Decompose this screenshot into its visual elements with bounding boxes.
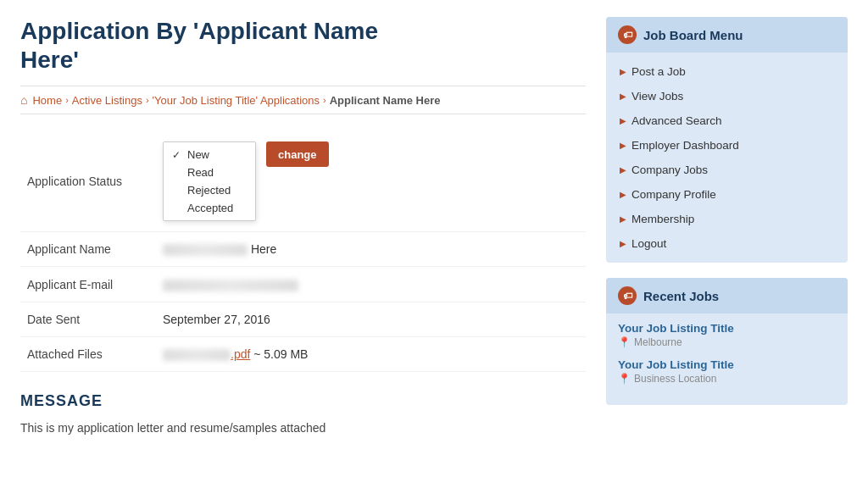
status-option-read[interactable]: Read [164, 164, 255, 181]
sidebar-item-view-jobs[interactable]: ▶ View Jobs [606, 84, 848, 108]
breadcrumb-applications[interactable]: 'Your Job Listing Title' Applications [153, 94, 320, 107]
location-pin-icon-1: 📍 [618, 336, 631, 348]
sidebar: 🏷 Job Board Menu ▶ Post a Job ▶ View Job… [606, 17, 848, 437]
location-pin-icon-2: 📍 [618, 373, 631, 385]
main-content: Application By 'Applicant Name Here' ⌂ H… [20, 17, 586, 437]
breadcrumb-current: Applicant Name Here [330, 94, 441, 107]
date-sent-label: Date Sent [20, 302, 156, 336]
arrow-icon-7: ▶ [620, 214, 626, 224]
applicant-name-blurred: Applicant Na [163, 244, 248, 256]
tag-icon-recent: 🏷 [618, 286, 637, 305]
recent-job-location-2: 📍 Business Location [618, 373, 836, 385]
arrow-icon-8: ▶ [620, 239, 626, 248]
attached-files-row: Attached Files document.pdf ~ 5.09 MB [20, 336, 586, 371]
applicant-name-value: Applicant Na Here [156, 232, 586, 267]
breadcrumb-active-listings[interactable]: Active Listings [72, 94, 142, 107]
job-board-menu-box: 🏷 Job Board Menu ▶ Post a Job ▶ View Job… [606, 17, 848, 263]
breadcrumb-sep-2: › [146, 95, 149, 105]
status-option-new[interactable]: ✓ New [164, 146, 255, 164]
sidebar-item-membership[interactable]: ▶ Membership [606, 207, 848, 231]
change-status-button[interactable]: change [266, 141, 329, 167]
status-option-accepted[interactable]: Accepted [164, 199, 255, 217]
arrow-icon-3: ▶ [620, 116, 626, 125]
applicant-name-label: Applicant Name [20, 232, 156, 267]
arrow-icon-5: ▶ [620, 165, 626, 175]
status-option-rejected[interactable]: Rejected [164, 181, 255, 199]
job-board-menu-header: 🏷 Job Board Menu [606, 17, 848, 53]
sidebar-item-employer-dashboard[interactable]: ▶ Employer Dashboard [606, 133, 848, 158]
status-cell: ✓ New Read Rejected [156, 131, 586, 232]
date-sent-row: Date Sent September 27, 2016 [20, 302, 586, 336]
applicant-name-suffix: Here [248, 242, 276, 256]
recent-jobs-header: 🏷 Recent Jobs [606, 278, 848, 313]
home-icon: ⌂ [20, 93, 27, 107]
applicant-email-label: Applicant E-mail [20, 267, 156, 302]
arrow-icon-1: ▶ [620, 67, 626, 76]
applicant-name-row: Applicant Name Applicant Na Here [20, 232, 586, 267]
recent-job-title-2[interactable]: Your Job Listing Title [618, 358, 836, 371]
applicant-email-row: Applicant E-mail email@example.com [20, 267, 586, 302]
email-blurred: email@example.com [163, 280, 298, 291]
sidebar-item-logout[interactable]: ▶ Logout [606, 231, 848, 256]
recent-job-city-2: Business Location [634, 373, 716, 385]
recent-job-location-1: 📍 Melbourne [618, 336, 836, 348]
job-board-menu-title: Job Board Menu [643, 28, 743, 42]
sidebar-item-company-jobs[interactable]: ▶ Company Jobs [606, 158, 848, 182]
status-dropdown[interactable]: ✓ New Read Rejected [163, 141, 256, 221]
breadcrumb: ⌂ Home › Active Listings › 'Your Job Lis… [20, 86, 586, 114]
application-table: Application Status ✓ New Read [20, 131, 586, 372]
recent-job-item-2: Your Job Listing Title 📍 Business Locati… [618, 358, 836, 385]
arrow-icon-6: ▶ [620, 190, 626, 199]
applicant-email-value: email@example.com [156, 267, 586, 302]
status-container: ✓ New Read Rejected [163, 141, 329, 221]
check-icon: ✓ [172, 149, 182, 161]
sidebar-item-company-profile[interactable]: ▶ Company Profile [606, 182, 848, 207]
status-label: Application Status [20, 131, 156, 232]
recent-jobs-box: 🏷 Recent Jobs Your Job Listing Title 📍 M… [606, 278, 848, 405]
tag-icon: 🏷 [618, 25, 637, 44]
breadcrumb-sep-3: › [323, 95, 326, 105]
breadcrumb-sep-1: › [65, 95, 69, 105]
recent-job-item-1: Your Job Listing Title 📍 Melbourne [618, 322, 836, 348]
arrow-icon-4: ▶ [620, 141, 626, 150]
arrow-icon-2: ▶ [620, 92, 626, 101]
recent-jobs-title: Recent Jobs [643, 289, 719, 303]
message-title: MESSAGE [20, 392, 586, 410]
page-title: Application By 'Applicant Name Here' [20, 17, 586, 74]
breadcrumb-home[interactable]: Home [32, 94, 62, 107]
sidebar-item-post-job[interactable]: ▶ Post a Job [606, 59, 848, 84]
date-sent-value: September 27, 2016 [156, 302, 586, 336]
pdf-link[interactable]: .pdf [231, 347, 250, 361]
filename-blurred: document [163, 349, 231, 361]
recent-jobs-list: Your Job Listing Title 📍 Melbourne Your … [606, 313, 848, 405]
recent-job-city-1: Melbourne [634, 336, 682, 348]
recent-job-title-1[interactable]: Your Job Listing Title [618, 322, 836, 335]
message-body: This is my application letter and resume… [20, 419, 586, 437]
sidebar-menu-list: ▶ Post a Job ▶ View Jobs ▶ Advanced Sear… [606, 53, 848, 263]
message-section: MESSAGE This is my application letter an… [20, 392, 586, 437]
file-size: ~ 5.09 MB [253, 347, 308, 361]
attached-files-label: Attached Files [20, 336, 156, 371]
sidebar-item-advanced-search[interactable]: ▶ Advanced Search [606, 108, 848, 133]
status-row: Application Status ✓ New Read [20, 131, 586, 232]
attached-files-value: document.pdf ~ 5.09 MB [156, 336, 586, 371]
